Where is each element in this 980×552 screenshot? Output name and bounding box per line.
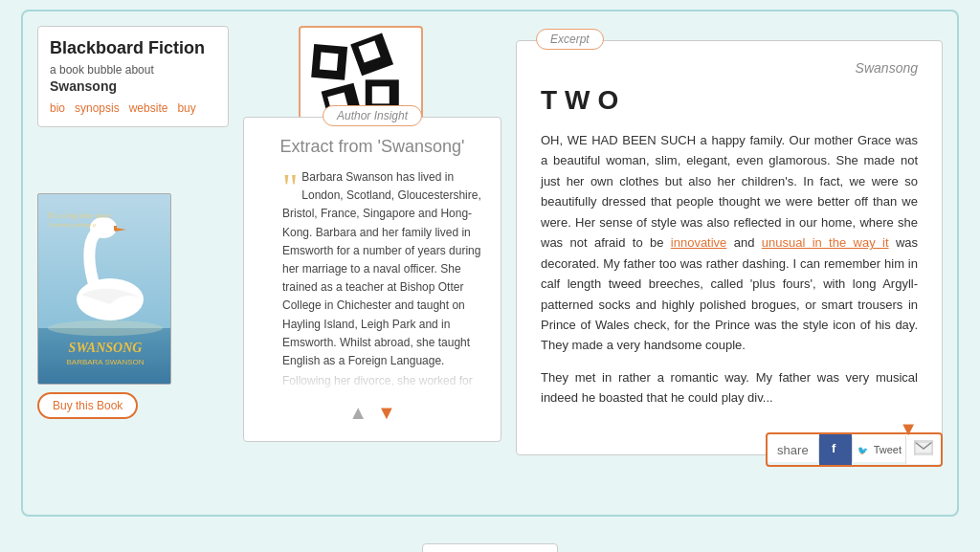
svg-text:It's a long time since: It's a long time since bbox=[47, 211, 112, 220]
share-label: share bbox=[768, 438, 819, 462]
bubbles-select[interactable]: Bubbles by this a bbox=[422, 543, 558, 552]
excerpt-chapter: TWO bbox=[541, 85, 918, 116]
buy-link[interactable]: buy bbox=[177, 101, 195, 115]
svg-rect-13 bbox=[114, 226, 117, 231]
info-card-links: bio synopsis website buy bbox=[50, 101, 216, 115]
svg-point-10 bbox=[48, 320, 163, 336]
book-cover-area: It's a long time since I started getting… bbox=[37, 193, 229, 419]
author-insight-label: Author Insight bbox=[323, 105, 422, 126]
next-button[interactable]: next ▶ bbox=[577, 547, 620, 553]
next-arrow-icon: ▶ bbox=[608, 547, 621, 553]
excerpt-body-paragraph1: OH, WE HAD BEEN SUCH a happy family. Our… bbox=[541, 130, 918, 356]
author-insight-title: Extract from 'Swansong' bbox=[261, 137, 483, 157]
scroll-down-button[interactable]: ▼ bbox=[377, 402, 396, 424]
excerpt-label: Excerpt bbox=[536, 29, 604, 50]
svg-rect-7 bbox=[372, 86, 390, 103]
buy-book-button[interactable]: Buy this Book bbox=[37, 392, 138, 419]
facebook-share-button[interactable]: f bbox=[819, 434, 852, 465]
excerpt-panel: Excerpt Swansong TWO OH, WE HAD BEEN SUC… bbox=[516, 40, 943, 455]
prev-button[interactable]: ◀ prev bbox=[359, 547, 403, 553]
prev-arrow-icon: ◀ bbox=[359, 547, 372, 553]
info-card-subtitle: a book bubble about bbox=[50, 63, 216, 77]
author-insight-text: Barbara Swanson has lived in London, Sco… bbox=[282, 168, 483, 370]
share-bar: share f 🐦 Tweet bbox=[766, 432, 943, 467]
email-share-button[interactable] bbox=[905, 435, 941, 464]
info-card-title: Blackboard Fiction bbox=[50, 38, 216, 59]
svg-text:I started getting a: I started getting a bbox=[47, 221, 96, 229]
excerpt-body-paragraph2: They met in rather a romantic way. My fa… bbox=[541, 367, 918, 408]
excerpt-book-title: Swansong bbox=[541, 60, 918, 76]
bottom-navigation: ◀ prev Bubbles by this a next ▶ bbox=[0, 536, 980, 552]
quote-mark-icon: " bbox=[282, 178, 298, 197]
svg-text:BARBARA SWANSON: BARBARA SWANSON bbox=[66, 358, 144, 366]
svg-rect-4 bbox=[320, 53, 339, 72]
highlight-innovative: innovative bbox=[671, 235, 727, 250]
book-cover-svg: It's a long time since I started getting… bbox=[38, 194, 171, 385]
svg-rect-9 bbox=[38, 328, 171, 385]
info-card-book-name: Swansong bbox=[50, 78, 216, 94]
info-card: Blackboard Fiction a book bubble about S… bbox=[37, 26, 229, 127]
svg-text:SWANSONG: SWANSONG bbox=[69, 341, 143, 355]
insight-scroll-controls: ▲ ▼ bbox=[261, 402, 483, 424]
highlight-unusual: unusual in the way it bbox=[762, 235, 889, 250]
svg-text:f: f bbox=[832, 441, 836, 455]
svg-text:🐦: 🐦 bbox=[858, 445, 869, 456]
synopsis-link[interactable]: synopsis bbox=[75, 101, 120, 115]
book-cover-image: It's a long time since I started getting… bbox=[37, 193, 171, 385]
website-link[interactable]: website bbox=[129, 101, 168, 115]
author-insight-panel: Author Insight Extract from 'Swansong' "… bbox=[243, 117, 501, 442]
twitter-share-button[interactable]: 🐦 Tweet bbox=[852, 437, 905, 462]
bio-link[interactable]: bio bbox=[50, 101, 65, 115]
scroll-up-button[interactable]: ▲ bbox=[348, 402, 368, 424]
main-container: Blackboard Fiction a book bubble about S… bbox=[21, 10, 959, 517]
